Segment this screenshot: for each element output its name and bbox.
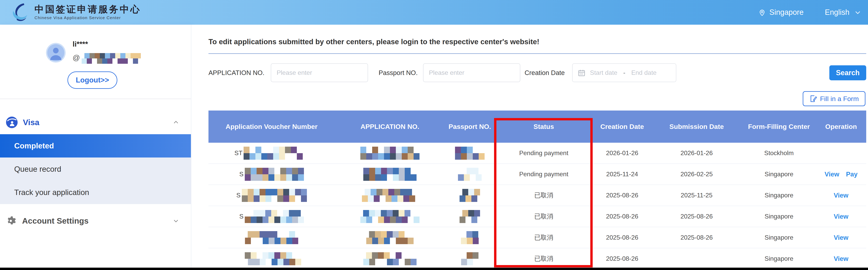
redacted-text [460,210,480,223]
creation-date-cell: 2025-08-26 [593,213,651,220]
start-date-placeholder[interactable]: Start date [590,69,617,77]
main-content: To edit applications submitted by other … [191,25,868,270]
application-no-cell [335,168,445,181]
form-filling-center-cell: Singapore [742,234,816,241]
application-no-cell [335,231,445,244]
passport-no-cell [445,147,494,160]
sidebar-item-queue-record[interactable]: Queue record [0,157,191,181]
email-redacted-slot [82,52,141,64]
column-header-passport-no-: Passport NO. [445,111,494,143]
submission-date-cell: 2026-02-25 [651,171,742,178]
language-selector[interactable]: English [825,8,861,17]
creation-date-cell: 2025-08-26 [593,255,651,262]
passport-no-cell [445,231,494,244]
table-body: STPending payment2026-01-262026-01-26Sto… [209,143,866,269]
search-form: APPLICATION NO. Passport NO. Creation Da… [209,63,866,82]
site-logo: 中国签证申请服务中心 Chinese Visa Application Serv… [11,2,141,23]
redacted-text [362,189,418,202]
creation-date-cell: 2025-11-24 [593,171,651,178]
avatar-icon [46,43,66,63]
operation-cell: View [816,234,866,241]
notice-divider [209,53,866,54]
sidebar-item-track-your-application[interactable]: Track your application [0,181,191,204]
operation-cell: View [816,213,866,220]
operation-cell: View [816,192,866,199]
passport-no-cell [445,252,494,265]
redacted-text [245,168,304,181]
form-filling-center-cell: Singapore [742,192,816,199]
chevron-down-icon [854,9,861,16]
creation-date-cell: 2026-01-26 [593,149,651,157]
voucher-cell [209,231,335,244]
view-link[interactable]: View [825,171,839,178]
application-no-cell [335,210,445,223]
logout-button[interactable]: Logout>> [67,71,117,89]
site-title-english: Chinese Visa Application Service Center [34,16,141,20]
fill-in-a-form-button[interactable]: Fill in a Form [803,91,865,106]
submission-date-cell: 2025-11-25 [651,192,742,199]
location-selector[interactable]: Singapore [758,8,804,17]
view-link[interactable]: View [834,192,848,199]
redacted-text [245,210,304,223]
application-no-input[interactable] [271,63,368,82]
view-link[interactable]: View [834,213,848,220]
sidebar-item-account-settings[interactable]: Account Settings [0,207,191,235]
pay-link[interactable]: Pay [846,171,858,178]
passport-no-cell [445,189,494,202]
search-button[interactable]: Search [829,65,866,80]
username: li**** [72,40,88,48]
sidebar-item-visa-label: Visa [23,118,39,127]
application-no-cell [335,147,445,160]
redacted-text [360,210,420,223]
passport-no-cell [445,210,494,223]
sidebar-item-account-settings-label: Account Settings [22,216,89,226]
redacted-text [461,231,479,244]
status-cell: 已取消 [494,233,593,242]
sidebar-item-completed[interactable]: Completed [0,134,191,157]
date-range-picker[interactable]: Start date - End date [572,63,676,82]
location-pin-icon [758,8,766,17]
submission-date-cell: 2025-08-26 [651,234,742,241]
fill-form-row: Fill in a Form [803,91,865,106]
form-filling-center-cell: Singapore [742,171,816,178]
column-header-operation: Operation [816,111,866,143]
passport-no-input[interactable] [423,63,520,82]
view-link[interactable]: View [834,255,848,263]
column-header-submission-date: Submission Date [651,111,742,143]
application-no-cell [335,252,445,265]
operation-links: View [834,213,848,220]
table-row: S已取消2025-08-262025-08-26SingaporeView [209,206,866,227]
operation-links: View [834,234,848,241]
column-header-application-no-: APPLICATION NO. [335,111,445,143]
top-header-bar: 中国签证申请服务中心 Chinese Visa Application Serv… [0,0,868,25]
calendar-icon [578,69,586,77]
end-date-placeholder[interactable]: End date [631,69,657,77]
logo-swirl-icon [11,2,31,23]
column-header-application-voucher-number: Application Voucher Number [209,111,335,143]
bottom-black-bar [0,268,868,270]
table-row: STPending payment2026-01-262026-01-26Sto… [209,143,866,164]
redacted-text [461,252,478,265]
submission-date-cell: 2026-01-26 [651,149,742,157]
voucher-cell [209,252,335,265]
creation-date-cell: 2025-08-26 [593,192,651,199]
chevron-down-icon [173,218,179,224]
voucher-prefix: S [239,171,243,178]
passport-no-cell [445,168,494,181]
status-cell: 已取消 [494,212,593,221]
fill-in-a-form-label: Fill in a Form [820,95,859,102]
form-filling-center-cell: Singapore [742,213,816,220]
column-header-status: Status [494,111,593,143]
voucher-cell: S [209,210,335,223]
voucher-cell: S [209,189,335,202]
voucher-cell: ST [209,147,335,160]
sidebar-item-visa[interactable]: Visa [0,111,191,134]
applications-table: Application Voucher NumberAPPLICATION NO… [209,111,866,269]
redacted-text [242,189,307,202]
view-link[interactable]: View [834,234,848,241]
voucher-prefix: S [236,192,241,199]
passport-no-label: Passport NO. [379,69,418,77]
redacted-text [360,147,420,160]
redacted-text [458,168,482,181]
redacted-text [242,252,301,265]
